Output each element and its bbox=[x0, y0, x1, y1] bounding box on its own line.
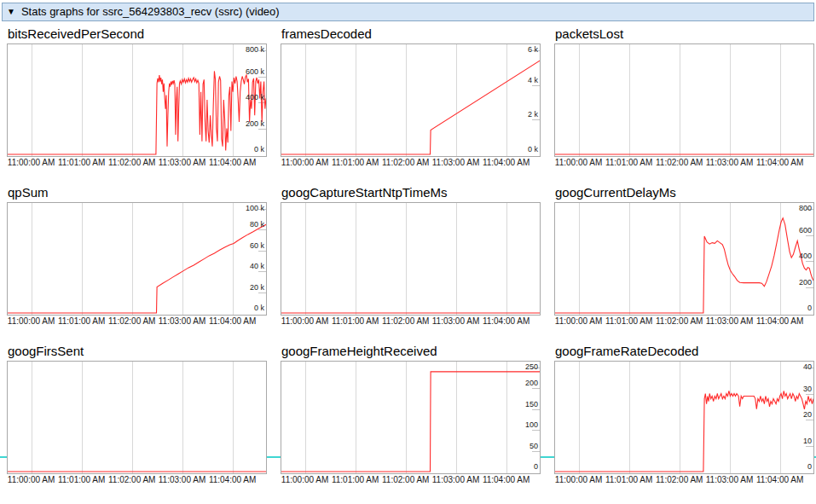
chart-canvas bbox=[8, 362, 266, 473]
x-axis-label: 11:01:00 AM bbox=[605, 475, 654, 484]
chart-canvas bbox=[281, 203, 540, 315]
y-axis-label: 50 bbox=[530, 442, 538, 450]
x-axis-label: 11:04:00 AM bbox=[482, 475, 531, 484]
y-axis-label: 0 bbox=[534, 462, 538, 471]
y-axis-label: 0 k bbox=[528, 145, 538, 154]
y-axis-label: 0 k bbox=[254, 145, 264, 154]
x-axis-label: 11:04:00 AM bbox=[755, 158, 805, 167]
y-axis-label: 600 k bbox=[246, 67, 264, 76]
x-axis-label: 11:02:00 AM bbox=[107, 316, 157, 326]
y-axis-label: 800 k bbox=[246, 45, 264, 54]
x-axis-label: 11:04:00 AM bbox=[208, 316, 258, 326]
stats-graphs-header[interactable]: ▼Stats graphs for ssrc_564293803_recv (s… bbox=[2, 3, 814, 21]
y-axis-label: 200 bbox=[525, 379, 538, 387]
x-axis-label: 11:00:00 AM bbox=[7, 316, 56, 326]
x-axis-label: 11:01:00 AM bbox=[57, 158, 107, 167]
x-axis-label: 11:00:00 AM bbox=[7, 475, 56, 484]
chart-title: googFirsSent bbox=[8, 343, 267, 360]
y-axis-label: 100 bbox=[525, 420, 538, 429]
x-axis-label: 11:04:00 AM bbox=[482, 158, 531, 167]
y-axis-label: 0 k bbox=[254, 304, 264, 312]
x-axis-label: 11:02:00 AM bbox=[107, 475, 157, 484]
x-axis-label: 11:01:00 AM bbox=[331, 475, 380, 484]
y-axis-label: 4 k bbox=[528, 76, 538, 84]
x-axis-label: 11:02:00 AM bbox=[655, 158, 704, 167]
chart-plot: 050100150200250 bbox=[281, 361, 541, 474]
chart-title: bitsReceivedPerSecond bbox=[8, 26, 267, 43]
y-axis-label: 60 k bbox=[250, 241, 264, 250]
y-axis-label: 40 k bbox=[250, 262, 264, 270]
chart-cell-googFrameHeightReceived: googFrameHeightReceived05010015020025011… bbox=[281, 343, 541, 485]
y-axis-label: 40 bbox=[803, 362, 812, 371]
y-axis-label: 250 bbox=[525, 362, 538, 371]
x-axis-label: 11:02:00 AM bbox=[655, 475, 704, 484]
x-axis-label: 11:00:00 AM bbox=[281, 158, 330, 167]
x-axis: 11:00:00 AM11:01:00 AM11:02:00 AM11:03:0… bbox=[554, 475, 814, 485]
x-axis-label: 11:00:00 AM bbox=[554, 158, 604, 167]
x-axis-label: 11:03:00 AM bbox=[158, 316, 207, 326]
y-axis-label: 200 k bbox=[246, 119, 264, 128]
x-axis-label: 11:02:00 AM bbox=[381, 158, 431, 167]
x-axis-label: 11:03:00 AM bbox=[431, 158, 481, 167]
x-axis-label: 11:01:00 AM bbox=[605, 316, 654, 326]
chart-title: googCaptureStartNtpTimeMs bbox=[281, 184, 541, 201]
series-line bbox=[281, 372, 540, 472]
charts-grid: bitsReceivedPerSecond0 k200 k400 k600 k8… bbox=[0, 26, 816, 485]
chart-title: packetsLost bbox=[555, 26, 814, 43]
x-axis: 11:00:00 AM11:01:00 AM11:02:00 AM11:03:0… bbox=[281, 475, 541, 485]
x-axis: 11:00:00 AM11:01:00 AM11:02:00 AM11:03:0… bbox=[7, 475, 267, 485]
y-axis-label: 400 bbox=[799, 252, 812, 260]
y-axis-label: 2 k bbox=[528, 110, 538, 119]
x-axis-label: 11:00:00 AM bbox=[554, 316, 604, 326]
y-axis-label: 0 bbox=[807, 304, 812, 312]
x-axis: 11:00:00 AM11:01:00 AM11:02:00 AM11:03:0… bbox=[7, 158, 267, 168]
chart-canvas bbox=[555, 203, 813, 315]
x-axis: 11:00:00 AM11:01:00 AM11:02:00 AM11:03:0… bbox=[281, 316, 541, 327]
chart-canvas bbox=[281, 362, 540, 473]
x-axis-label: 11:03:00 AM bbox=[431, 316, 481, 326]
y-axis-label: 200 bbox=[799, 278, 812, 287]
x-axis-label: 11:03:00 AM bbox=[431, 475, 481, 484]
y-axis-label: 20 k bbox=[250, 283, 264, 292]
x-axis-label: 11:02:00 AM bbox=[107, 158, 157, 167]
x-axis-label: 11:03:00 AM bbox=[705, 475, 755, 484]
chart-title: googFrameRateDecoded bbox=[555, 343, 814, 360]
series-line bbox=[555, 218, 813, 313]
series-line bbox=[8, 224, 266, 313]
y-axis-label: 30 bbox=[803, 385, 812, 393]
chart-cell-googCaptureStartNtpTimeMs: googCaptureStartNtpTimeMs11:00:00 AM11:0… bbox=[281, 184, 541, 327]
header-title: Stats graphs for ssrc_564293803_recv (ss… bbox=[21, 5, 280, 18]
chart-canvas bbox=[555, 362, 813, 473]
y-axis-label: 400 k bbox=[246, 93, 264, 101]
x-axis-label: 11:02:00 AM bbox=[655, 316, 704, 326]
chart-cell-packetsLost: packetsLost11:00:00 AM11:01:00 AM11:02:0… bbox=[554, 26, 814, 168]
chart-plot: 0200400600800 bbox=[554, 202, 814, 316]
series-line bbox=[281, 61, 540, 154]
x-axis-label: 11:00:00 AM bbox=[281, 316, 330, 326]
chart-title: qpSum bbox=[8, 184, 267, 201]
chart-canvas bbox=[281, 44, 540, 156]
chart-plot: 0 k2 k4 k6 k bbox=[281, 43, 541, 157]
x-axis-label: 11:04:00 AM bbox=[208, 475, 258, 484]
x-axis-label: 11:01:00 AM bbox=[331, 316, 380, 326]
chart-canvas bbox=[8, 203, 266, 315]
chart-cell-qpSum: qpSum0 k20 k40 k60 k80 k100 k11:00:00 AM… bbox=[7, 184, 267, 327]
series-line bbox=[555, 391, 813, 472]
chart-title: framesDecoded bbox=[281, 26, 541, 43]
y-axis-label: 10 bbox=[803, 437, 812, 445]
x-axis-label: 11:02:00 AM bbox=[381, 316, 431, 326]
x-axis-label: 11:03:00 AM bbox=[705, 158, 755, 167]
series-line bbox=[8, 71, 266, 154]
chart-canvas bbox=[555, 44, 813, 156]
y-axis-label: 150 bbox=[525, 400, 538, 408]
x-axis-label: 11:03:00 AM bbox=[158, 158, 207, 167]
x-axis-label: 11:03:00 AM bbox=[158, 475, 207, 484]
x-axis-label: 11:04:00 AM bbox=[755, 475, 805, 484]
chart-plot bbox=[281, 202, 541, 316]
x-axis-label: 11:02:00 AM bbox=[381, 475, 431, 484]
chart-cell-googFirsSent: googFirsSent11:00:00 AM11:01:00 AM11:02:… bbox=[7, 343, 267, 485]
x-axis: 11:00:00 AM11:01:00 AM11:02:00 AM11:03:0… bbox=[554, 158, 814, 168]
y-axis-label: 80 k bbox=[250, 220, 264, 229]
y-axis-label: 100 k bbox=[246, 204, 264, 212]
x-axis-label: 11:04:00 AM bbox=[208, 158, 258, 167]
